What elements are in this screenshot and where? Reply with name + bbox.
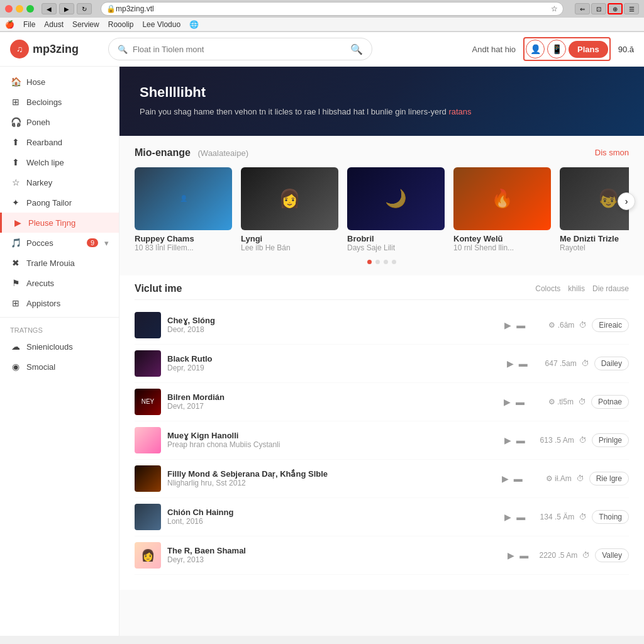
bookmark-icon: ☆ [551, 4, 558, 13]
cards-wrapper: 👤 Ruppey Chams 10 83 lỉnl Fillem... 👩 Ly… [135, 167, 629, 252]
sidebar-item-pocces[interactable]: 🎵 Pocces 9 ▾ [0, 233, 119, 253]
song-badge-6[interactable]: Valley [595, 548, 629, 562]
trending-card-3[interactable]: 🔥 Kontey Welũ 10 rnl Shend llin... [453, 167, 551, 252]
menu-leevioduo[interactable]: Lee Vloduo [142, 20, 180, 29]
browser-btn-1[interactable]: ⇐ [575, 3, 590, 14]
sidebar-item-rearband[interactable]: ⬆ Rearband [0, 132, 119, 152]
card-img-placeholder-3: 🔥 [453, 167, 551, 230]
trending-card-4[interactable]: 👦 Me Dnizti Trizle Rayotel [560, 167, 629, 252]
sidebar-item-snieniclouds[interactable]: ☁ Snieniclouds [0, 336, 119, 357]
menu-bar: 🍎 File Adust Serview Rooolip Lee Vloduo … [0, 18, 644, 31]
sidebar-item-pleusetiing[interactable]: ▶ Pleuse Tiŋng [0, 213, 119, 233]
sidebar-item-narkey[interactable]: ☆ Narkey [0, 172, 119, 192]
sidebar-item-trarlemrouia[interactable]: ✖ Trarle Mrouia [0, 253, 119, 273]
carousel-dot-3[interactable] [392, 260, 396, 264]
trending-see-more[interactable]: Dis smon [595, 148, 629, 157]
app-logo-text[interactable]: mp3zing [33, 43, 79, 56]
duration-icon-6: ⏱ [582, 551, 590, 560]
menu-serview[interactable]: Serview [72, 20, 99, 29]
card-image-1: 👩 [241, 167, 338, 230]
sidebar-label-arecuts: Arecuts [26, 279, 54, 288]
wave-icon-1: ▬ [519, 358, 528, 369]
minimize-button[interactable] [16, 5, 23, 13]
header-right: Andt hat hio 👤 📱 Plans 90.ā [472, 37, 634, 61]
song-badge-4[interactable]: Rie lgre [589, 472, 629, 486]
carousel-dot-1[interactable] [375, 260, 380, 264]
sidebar-item-arecuts[interactable]: ⚑ Arecuts [0, 273, 119, 293]
sidebar-item-poneh[interactable]: 🎧 Poneh [0, 112, 119, 132]
close-button[interactable] [5, 5, 13, 13]
trending-card-2[interactable]: 🌙 Brobril Days Saje Lilit [347, 167, 445, 252]
song-title-2: Bilren Mordián [167, 392, 497, 402]
wave-icon-2: ▬ [516, 397, 525, 407]
song-badge-5[interactable]: Thoing [592, 510, 629, 524]
carousel-dot-0[interactable] [367, 260, 372, 264]
logo-area: ♫ mp3zing [10, 40, 98, 58]
forward-button[interactable]: ▶ [59, 3, 74, 14]
sidebar-item-hose[interactable]: 🏠 Hose [0, 72, 119, 92]
song-info-4: Fillly Mond & Sebjerana Daŗ, Khắng Slble… [167, 469, 496, 487]
play-button-4[interactable]: ▶ [502, 474, 509, 484]
sidebar-item-becloings[interactable]: ⊞ Becloings [0, 92, 119, 112]
play-button-3[interactable]: ▶ [504, 435, 511, 445]
back-button[interactable]: ◀ [42, 3, 57, 14]
main-content: Shellllibht Pain you shag hame then veho… [119, 67, 644, 636]
menu-rooolip[interactable]: Rooolip [108, 20, 134, 29]
profile-icon-button[interactable]: 👤 [526, 40, 545, 58]
menu-adust[interactable]: Adust [44, 20, 64, 29]
play-button-6[interactable]: ▶ [508, 550, 514, 560]
browser-settings-button[interactable]: ☰ [624, 3, 639, 14]
card-title-0: Ruppey Chams [135, 234, 232, 243]
address-bar[interactable]: 🔒 mp3zing.vtl ☆ [101, 2, 564, 16]
sidebar-item-paogtailor[interactable]: ✦ Paong Tailor [0, 192, 119, 213]
song-thumb-3 [135, 427, 161, 453]
trending-card-1[interactable]: 👩 Lyngi Lee ilb He Bán [241, 167, 338, 252]
song-info-5: Chión Ch Hainng Lont, 2016 [167, 508, 498, 526]
device-icon-button[interactable]: 📱 [547, 40, 566, 58]
header-greeting: Andt hat hio [472, 45, 516, 54]
browser-btn-3[interactable]: ⊕ [608, 3, 623, 14]
card-img-placeholder-2: 🌙 [347, 167, 445, 230]
song-artist-2: Devt, 2017 [167, 402, 497, 411]
apps-icon: ⊞ [10, 298, 21, 308]
play-button-2[interactable]: ▶ [504, 397, 511, 407]
hero-title: Shellllibht [140, 84, 624, 101]
browser-btn-2[interactable]: ⊡ [591, 3, 606, 14]
search-submit-icon[interactable]: 🔍 [350, 43, 363, 55]
song-meta-3: 613 .5 Am [530, 436, 574, 445]
carousel-dot-2[interactable] [384, 260, 388, 264]
sidebar-item-appistors[interactable]: ⊞ Appistors [0, 293, 119, 313]
play-button-1[interactable]: ▶ [507, 358, 514, 369]
plans-button[interactable]: Plans [569, 41, 608, 58]
maximize-button[interactable] [26, 5, 34, 13]
song-badge-1[interactable]: Dailey [594, 357, 629, 370]
song-badge-0[interactable]: Eireaic [592, 318, 629, 332]
song-badge-3[interactable]: Prinlge [592, 433, 629, 447]
card-img-placeholder-1: 👩 [241, 167, 338, 230]
browser-chrome: ◀ ▶ ↻ 🔒 mp3zing.vtl ☆ ⇐ ⊡ ⊕ ☰ 🍎 File Adu… [0, 0, 644, 32]
menu-apple[interactable]: 🍎 [5, 20, 14, 29]
card-title-4: Me Dnizti Trizle [560, 234, 629, 243]
logo-icon: ♫ [10, 40, 29, 58]
wave-icon-3: ▬ [516, 435, 525, 445]
refresh-button[interactable]: ↻ [77, 3, 92, 14]
menu-file[interactable]: File [23, 20, 35, 29]
song-thumb-6: 👩 [135, 542, 161, 569]
trending-card-0[interactable]: 👤 Ruppey Chams 10 83 lỉnl Fillem... [135, 167, 232, 252]
song-thumb-2: NEY [135, 389, 161, 415]
song-meta-1: 647 .5am [533, 359, 577, 368]
search-input[interactable] [133, 45, 345, 54]
song-artist-1: Depr, 2019 [167, 364, 501, 372]
sidebar-item-smocial[interactable]: ◉ Smocial [0, 357, 119, 377]
song-row-6: 👩 The R, Baen Shamal Deyr, 2013 ▶ ▬ 2220… [135, 536, 629, 575]
song-badge-2[interactable]: Potnae [591, 395, 629, 409]
song-list-section: Viclut ime Colocts khilis Die rdause Che… [119, 275, 644, 590]
sidebar-item-welchlipe[interactable]: ⬆ Welch lipe [0, 152, 119, 172]
search-bar[interactable]: 🔍 🔍 [108, 38, 372, 60]
pocces-expand-icon[interactable]: ▾ [104, 238, 109, 248]
carousel-next-button[interactable]: › [618, 192, 635, 210]
play-button-0[interactable]: ▶ [504, 320, 511, 330]
song-meta-5: 134 .5 Äm [530, 513, 574, 521]
play-button-5[interactable]: ▶ [504, 512, 511, 522]
trending-subtitle: (Waalateaipe) [198, 148, 248, 158]
